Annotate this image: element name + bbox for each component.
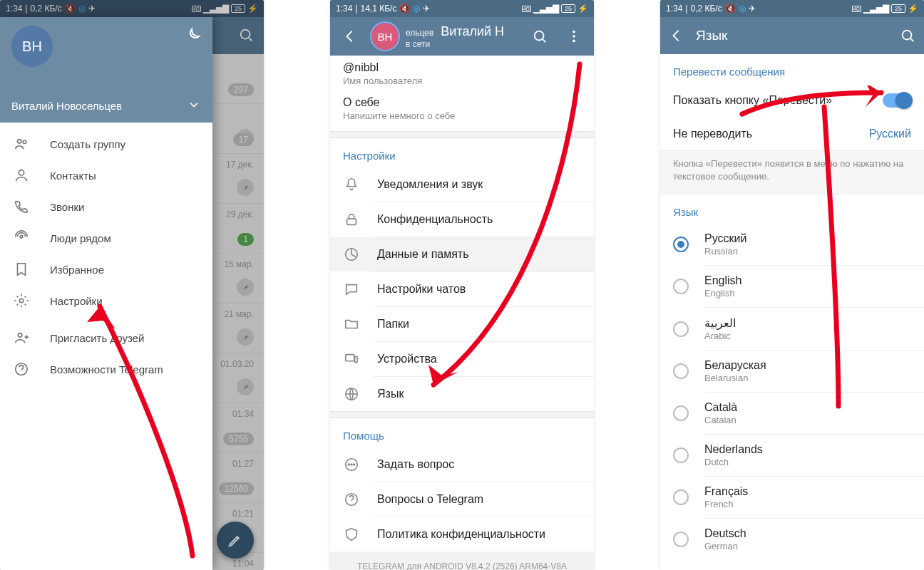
folder-icon [343, 316, 360, 332]
mute-icon: 🔇 [725, 4, 736, 14]
back-icon[interactable] [669, 21, 684, 50]
status-bar: 1:34 | 0,2 КБ/с 🔇 ◎ ✈ 4G ▁▃▅▇ 25 ⚡ [660, 0, 924, 17]
avatar[interactable]: ВН [11, 26, 53, 67]
chevron-down-icon[interactable] [187, 98, 201, 114]
chat-icon [343, 281, 360, 297]
net-badge: 4G [852, 6, 861, 12]
radio-icon[interactable] [673, 321, 689, 337]
language-row[interactable]: العربيةArabic [660, 308, 924, 350]
language-row[interactable]: DeutschGerman [660, 519, 924, 560]
version: TELEGRAM для ANDROID V8.4.2 (2526) ARM64… [330, 551, 594, 570]
profile-toolbar: ВН ельцев Виталий Н в сети [330, 17, 594, 56]
svg-rect-17 [355, 356, 358, 362]
toolbar: Язык [660, 17, 924, 54]
bell-icon [343, 177, 360, 192]
section-help: Помощь [330, 418, 594, 447]
drawer-new-group[interactable]: Создать группу [0, 128, 212, 160]
dont-translate-row[interactable]: Не переводить Русский [660, 118, 924, 150]
svg-point-21 [351, 464, 352, 465]
divider [330, 131, 594, 138]
settings-row[interactable]: Язык [330, 377, 594, 411]
language-row[interactable]: CatalàCatalan [660, 393, 924, 434]
net-badge: 4G [522, 6, 531, 12]
radio-icon[interactable] [673, 279, 689, 294]
toggle-on[interactable] [883, 93, 911, 108]
svg-point-9 [535, 31, 544, 41]
svg-point-12 [573, 35, 575, 38]
tg-icon: ✈ [423, 4, 430, 14]
globe-icon [343, 386, 360, 402]
search-icon[interactable] [525, 22, 554, 51]
svg-rect-14 [347, 219, 356, 224]
svg-point-3 [23, 140, 26, 144]
bookmark-icon [13, 261, 30, 277]
settings-row[interactable]: Конфиденциальность [330, 202, 594, 237]
night-mode-icon[interactable] [184, 27, 201, 46]
status-speed: 0,2 КБ/с [690, 4, 722, 14]
translate-hint: Кнопка «Перевести» появится в меню по на… [660, 150, 924, 195]
settings-row[interactable]: Папки [330, 307, 594, 341]
language-row[interactable]: FrançaisFrench [660, 477, 924, 518]
svg-point-24 [903, 31, 912, 40]
screen-3-language: 1:34 | 0,2 КБ/с 🔇 ◎ ✈ 4G ▁▃▅▇ 25 ⚡ Язык … [660, 0, 924, 570]
status-time: 1:34 [336, 4, 352, 14]
drawer-contacts[interactable]: Контакты [0, 160, 212, 191]
settings-row[interactable]: Данные и память [330, 237, 594, 271]
language-row[interactable]: NederlandsDutch [660, 435, 924, 476]
language-body[interactable]: Перевести сообщения Показать кнопку «Пер… [660, 54, 924, 570]
svg-rect-16 [346, 355, 354, 361]
help-row[interactable]: Задать вопрос [330, 447, 594, 482]
help-row[interactable]: Политика конфиденциальности [330, 517, 594, 551]
radio-icon[interactable] [673, 447, 689, 463]
drawer-invite[interactable]: Пригласить друзей [0, 322, 212, 353]
help-row[interactable]: Вопросы о Telegram [330, 482, 594, 517]
svg-point-6 [19, 299, 24, 303]
svg-line-25 [910, 38, 914, 42]
drawer-calls[interactable]: Звонки [0, 191, 212, 222]
faq-icon [343, 492, 360, 507]
user-name: Виталий Новосельцев [11, 100, 122, 112]
pie-icon [343, 247, 360, 262]
drawer-features[interactable]: Возможности Telegram [0, 353, 212, 385]
settings-row[interactable]: Уведомления и звук [330, 167, 594, 202]
settings-row[interactable]: Устройства [330, 342, 594, 376]
language-row[interactable]: EnglishEnglish [660, 266, 924, 307]
show-translate-toggle-row[interactable]: Показать кнопку «Перевести» [660, 83, 924, 118]
radio-icon[interactable] [673, 489, 689, 505]
group-icon [13, 136, 30, 152]
screen-2-settings: 1:34 | 14,1 КБ/с 🔇 ◎ ✈ 4G ▁▃▅▇ 25 ⚡ ВН е… [330, 0, 594, 570]
back-icon[interactable] [336, 22, 364, 51]
divider [330, 411, 594, 418]
radio-icon[interactable] [673, 363, 689, 379]
devices-icon [343, 351, 360, 367]
drawer-items: Создать группу Контакты Звонки Люди рядо… [0, 123, 212, 390]
tg-icon: ✈ [749, 4, 756, 14]
gear-icon [13, 293, 30, 309]
charging-icon: ⚡ [578, 4, 588, 14]
radio-icon[interactable] [673, 532, 689, 547]
status-speed: 14,1 КБ/с [360, 4, 396, 14]
settings-row[interactable]: Настройки чатов [330, 272, 594, 306]
user-status: в сети [406, 39, 520, 49]
radio-icon[interactable] [673, 237, 689, 252]
tg-icon: ◎ [739, 4, 746, 14]
avatar[interactable]: ВН [370, 21, 400, 51]
drawer-saved[interactable]: Избранное [0, 254, 212, 285]
drawer-nearby[interactable]: Люди рядом [0, 222, 212, 254]
contact-icon [13, 167, 30, 183]
about-row[interactable]: О себе Напишите немного о себе [330, 96, 594, 131]
settings-body[interactable]: @nibbl Имя пользователя О себе Напишите … [330, 56, 594, 570]
charging-icon: ⚡ [908, 4, 918, 14]
search-icon[interactable] [900, 21, 915, 50]
mute-icon: 🔇 [399, 4, 410, 14]
language-row[interactable]: РусскийRussian [660, 224, 924, 265]
name-full: Виталий Н [441, 24, 504, 39]
more-icon[interactable] [560, 22, 588, 51]
name-fragment: ельцев [406, 28, 433, 38]
radio-icon[interactable] [673, 405, 689, 421]
signal-icon: ▁▃▅▇ [863, 4, 889, 14]
language-row[interactable]: БеларускаяBelarusian [660, 351, 924, 392]
lock-icon [343, 212, 360, 227]
drawer-settings[interactable]: Настройки [0, 285, 212, 316]
username-row[interactable]: @nibbl Имя пользователя [330, 56, 594, 96]
